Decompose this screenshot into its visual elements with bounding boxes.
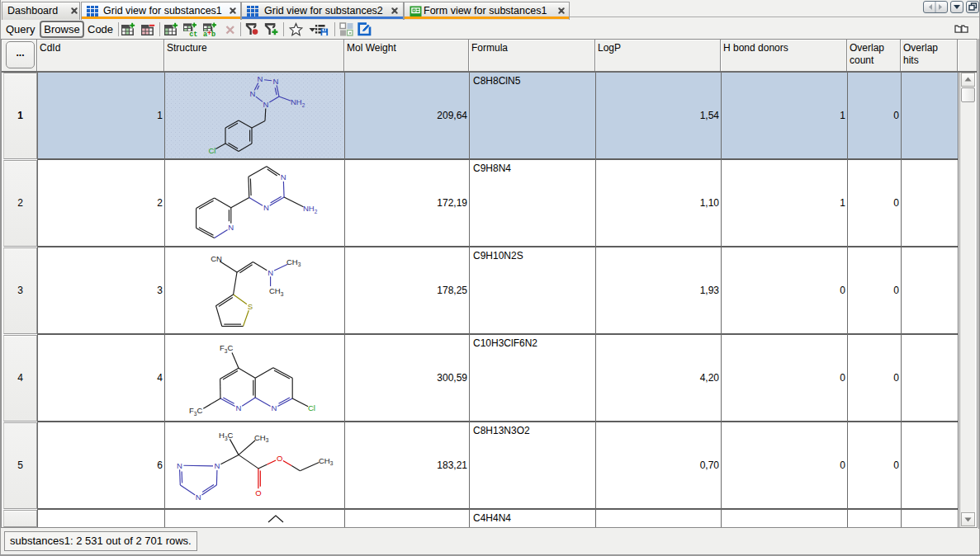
svg-text:ct: ct xyxy=(189,31,197,36)
svg-text:N: N xyxy=(273,77,279,86)
svg-text:CN: CN xyxy=(211,254,222,263)
svg-text:N: N xyxy=(228,223,234,232)
svg-text:Cl: Cl xyxy=(308,403,315,412)
svg-text:N: N xyxy=(177,461,182,470)
svg-text:N: N xyxy=(258,74,263,83)
svg-text:N: N xyxy=(267,268,273,277)
svg-text:H3C: H3C xyxy=(219,431,234,441)
svg-text:O: O xyxy=(255,488,261,497)
svg-text:CH3: CH3 xyxy=(269,286,284,297)
svg-text:N: N xyxy=(236,403,242,412)
svg-text:N: N xyxy=(263,203,269,212)
svg-text:S: S xyxy=(248,302,253,311)
svg-text:N: N xyxy=(196,492,201,502)
svg-text:F3C: F3C xyxy=(189,406,202,417)
svg-text:F3C: F3C xyxy=(220,343,233,354)
svg-text:N: N xyxy=(250,89,256,98)
svg-text:CH3: CH3 xyxy=(254,433,269,444)
svg-text:N: N xyxy=(281,172,286,181)
svg-text:CH3: CH3 xyxy=(319,456,334,467)
svg-text:CH3: CH3 xyxy=(286,257,301,268)
svg-text:O: O xyxy=(277,454,282,463)
svg-text:NH2: NH2 xyxy=(303,204,318,214)
svg-text:N: N xyxy=(272,403,277,412)
svg-text:NH2: NH2 xyxy=(291,97,305,108)
svg-text:N: N xyxy=(263,100,269,109)
svg-text:b: b xyxy=(211,31,215,36)
svg-text:Cl: Cl xyxy=(209,146,216,155)
svg-text:N: N xyxy=(215,461,220,470)
